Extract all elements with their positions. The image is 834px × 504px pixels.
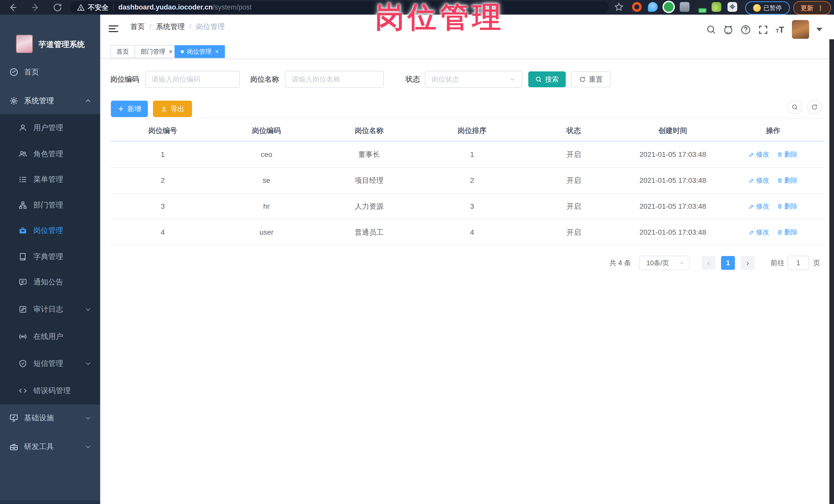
delete-link[interactable]: 删除 (777, 202, 797, 211)
annotation-watermark: 岗位管理 (375, 0, 505, 37)
refresh-table-button[interactable] (807, 100, 822, 114)
sidebar-item-error-codes[interactable]: 错误码管理 (0, 378, 100, 403)
prev-page-button[interactable]: ‹ (702, 256, 716, 270)
post-name-input[interactable] (285, 71, 384, 88)
sidebar-item-system[interactable]: 系统管理 (0, 88, 100, 114)
cell-post-sort: 3 (420, 202, 524, 211)
edit-link[interactable]: 修改 (749, 228, 769, 237)
extensions-puzzle-icon[interactable] (727, 2, 737, 12)
tab-label: 部门管理 (141, 47, 165, 56)
delete-link[interactable]: 删除 (777, 228, 797, 237)
tab-home[interactable]: 首页 (110, 45, 135, 58)
bookmark-star-icon[interactable] (614, 2, 624, 12)
sidebar-item-label: 部门管理 (34, 200, 63, 210)
sidebar-item-label: 用户管理 (34, 123, 63, 133)
sidebar-item-notices[interactable]: 通知公告 (0, 269, 100, 295)
export-button-label: 导出 (171, 104, 184, 113)
page-size-select[interactable]: 10条/页 (639, 256, 689, 270)
github-icon[interactable] (723, 24, 733, 35)
goto-page-input[interactable] (788, 256, 809, 270)
sidebar-item-label: 字典管理 (34, 251, 63, 262)
font-size-icon[interactable]: TT (776, 25, 784, 35)
breadcrumb-home[interactable]: 首页 (130, 22, 145, 31)
extension-green-check-icon[interactable] (664, 2, 674, 12)
cell-post-id: 4 (110, 228, 215, 237)
caret-down-icon[interactable] (816, 28, 822, 31)
code-icon (19, 387, 27, 395)
sidebar-item-dev-tools[interactable]: 研发工具 (0, 434, 100, 460)
table-row[interactable]: 1 ceo 董事长 1 开启 2021-01-05 17:03:48 修改 删除 (110, 142, 825, 168)
sidebar-item-home[interactable]: 首页 (0, 59, 100, 85)
sidebar-item-users[interactable]: 用户管理 (0, 115, 100, 141)
browser-update-button[interactable]: 更新 ⋮ (793, 1, 831, 15)
tab-close-icon[interactable]: × (215, 48, 219, 55)
sidebar-item-label: 在线用户 (34, 331, 63, 342)
app-window: 不安全 dashboard.yudao.iocoder.cn/system/po… (0, 0, 834, 504)
sidebar-item-label: 基础设施 (24, 413, 54, 423)
url-path: /system/post (213, 3, 252, 11)
edit-link[interactable]: 修改 (749, 176, 769, 185)
sidebar-item-audit-log[interactable]: 审计日志 (0, 297, 100, 322)
delete-link[interactable]: 删除 (777, 176, 797, 185)
edit-link[interactable]: 修改 (749, 150, 769, 159)
cell-post-status: 开启 (524, 227, 624, 237)
address-bar[interactable]: 不安全 dashboard.yudao.iocoder.cn/system/po… (70, 1, 609, 13)
tab-close-icon[interactable]: × (169, 48, 173, 55)
extension-gray-icon[interactable] (680, 2, 689, 12)
extension-green-icon[interactable] (711, 2, 721, 12)
sidebar-item-posts[interactable]: 岗位管理 (0, 218, 100, 243)
post-code-label: 岗位编码 (110, 71, 139, 88)
delete-link[interactable]: 删除 (777, 150, 797, 159)
search-button[interactable]: 搜索 (528, 71, 566, 87)
next-page-button[interactable]: › (741, 256, 755, 270)
gear-icon (9, 96, 19, 106)
browser-back-icon[interactable] (8, 2, 18, 13)
extension-orange-icon[interactable] (632, 2, 642, 12)
sidebar-toggle-icon[interactable] (109, 25, 118, 34)
cell-post-code: user (215, 228, 318, 237)
sidebar-item-sms[interactable]: 短信管理 (0, 351, 100, 376)
export-button[interactable]: 导出 (153, 101, 192, 117)
profile-paused-badge[interactable]: 已暂停 (745, 1, 790, 15)
reset-button[interactable]: 重置 (571, 71, 610, 87)
status-select[interactable]: 岗位状态 (425, 71, 522, 88)
table-row[interactable]: 3 hr 人力资源 3 开启 2021-01-05 17:03:48 修改 删除 (110, 194, 825, 220)
toggle-search-button[interactable] (788, 100, 802, 114)
user-avatar[interactable] (792, 20, 809, 39)
sidebar-item-label: 短信管理 (34, 358, 63, 369)
sidebar-item-roles[interactable]: 角色管理 (0, 141, 100, 167)
sidebar-item-departments[interactable]: 部门管理 (0, 192, 100, 218)
help-icon[interactable] (740, 24, 751, 35)
status-label: 状态 (405, 71, 420, 88)
cell-post-code: se (215, 176, 318, 184)
current-page-button[interactable]: 1 (721, 256, 735, 270)
table-row[interactable]: 4 user 普通员工 4 开启 2021-01-05 17:03:48 修改 … (110, 220, 825, 245)
sidebar-border (100, 15, 101, 504)
browser-reload-icon[interactable] (52, 2, 63, 13)
vertical-scrollbar[interactable] (829, 39, 834, 504)
add-button[interactable]: 新增 (111, 101, 148, 117)
edit-link[interactable]: 修改 (749, 202, 769, 211)
table-row[interactable]: 2 se 项目经理 2 开启 2021-01-05 17:03:48 修改 删除 (110, 168, 825, 194)
cell-post-id: 1 (110, 151, 215, 159)
update-label: 更新 (800, 4, 813, 12)
trash-icon (777, 178, 783, 183)
post-code-input[interactable] (145, 71, 240, 88)
breadcrumb: 首页 / 系统管理 / 岗位管理 (130, 15, 225, 39)
tab-posts[interactable]: 岗位管理 × (175, 45, 225, 58)
browser-menu-icon[interactable]: ⋮ (817, 4, 824, 12)
sidebar-item-infrastructure[interactable]: 基础设施 (0, 405, 100, 431)
user-icon (19, 124, 27, 132)
security-label[interactable]: 不安全 (88, 3, 109, 12)
fullscreen-icon[interactable] (758, 24, 768, 35)
extension-gm-icon[interactable]: GM (696, 2, 705, 12)
breadcrumb-section[interactable]: 系统管理 (156, 22, 185, 31)
extension-blue-drop-icon[interactable] (648, 2, 658, 12)
tab-departments[interactable]: 部门管理 × (134, 45, 179, 58)
sidebar-item-menus[interactable]: 菜单管理 (0, 167, 100, 192)
sidebar-item-online-users[interactable]: 在线用户 (0, 324, 100, 349)
browser-forward-icon[interactable] (30, 2, 41, 13)
search-icon (791, 104, 798, 110)
sidebar-item-dictionary[interactable]: 字典管理 (0, 244, 100, 269)
header-search-icon[interactable] (706, 24, 716, 35)
